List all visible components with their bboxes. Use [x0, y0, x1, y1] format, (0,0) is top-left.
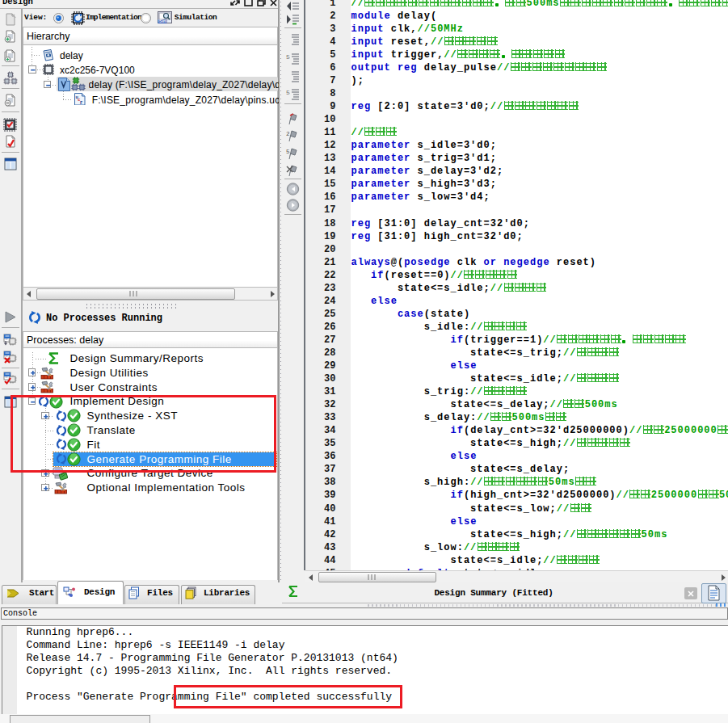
svg-text:5: 5 — [286, 53, 290, 61]
svg-text:F: F — [80, 99, 82, 105]
svg-text:5: 5 — [286, 89, 290, 96]
svg-text:5: 5 — [286, 149, 290, 155]
svg-text:ISim: ISim — [158, 19, 166, 23]
svg-text:2: 2 — [286, 131, 290, 137]
